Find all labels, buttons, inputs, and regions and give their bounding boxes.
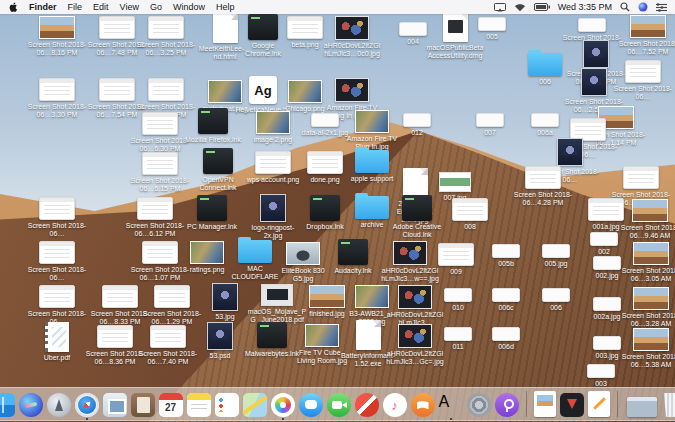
dock-podcasts-icon[interactable]	[495, 393, 519, 417]
notification-center-icon[interactable]	[656, 3, 667, 12]
dock-maps-icon[interactable]	[243, 393, 267, 417]
battery-icon[interactable]	[534, 3, 550, 11]
running-indicator	[450, 418, 452, 420]
dock-itunes-icon[interactable]: ♪	[383, 393, 407, 417]
spotlight-icon[interactable]	[620, 2, 630, 12]
desktop-icon[interactable]: 005	[461, 17, 523, 41]
desktop-icon[interactable]: Screen Shot 2018-06…3.05 AM	[620, 242, 675, 283]
desktop-icon[interactable]: Screen Shot 2018-06…5.38 AM	[620, 328, 675, 369]
desktop-icon-label: ratings.png	[190, 266, 225, 274]
desktop-icon-label: done.png	[310, 176, 339, 184]
desktop-icon[interactable]: Screen Shot 2018-06…6.15 PM	[129, 152, 191, 193]
desktop-icon-label: Adobe Creative Cloud.lnk	[387, 223, 447, 239]
desktop-icon[interactable]: 012	[386, 113, 448, 137]
desktop-icon[interactable]: Uber.pdf	[26, 322, 88, 362]
dock-minimized-window-icon[interactable]	[627, 397, 657, 417]
siri-status-icon[interactable]	[638, 2, 648, 12]
dock-facetime-icon[interactable]	[327, 393, 351, 417]
menu-item-go[interactable]: Go	[150, 2, 162, 12]
desktop-icon[interactable]: Screen Shot 2018-06…3.28 AM	[620, 287, 675, 328]
dock-reminders-icon[interactable]	[215, 393, 239, 417]
shot-small-thumbnail	[593, 297, 621, 311]
shot-window-thumbnail	[99, 16, 135, 39]
desktop-icon[interactable]: 003	[570, 364, 632, 388]
shot-small-thumbnail	[492, 244, 520, 258]
desktop-icon[interactable]: OpenVPN Connect.lnk	[187, 148, 249, 192]
menu-item-help[interactable]: Help	[216, 2, 235, 12]
airplay-display-icon[interactable]	[494, 3, 506, 12]
photo-dark-thumbnail	[335, 78, 369, 102]
desktop-icon-label: Screen Shot 2018-06…6.15 PM	[130, 177, 190, 193]
desktop-icon[interactable]: 006a	[514, 113, 576, 137]
desktop-icon[interactable]: 008	[439, 198, 501, 231]
desktop-icon-label: archive	[361, 221, 384, 229]
shot-window-thumbnail	[39, 197, 75, 220]
menu-item-finder[interactable]: Finder	[29, 2, 57, 12]
desktop-icon[interactable]: Screen Shot 2018-06…	[26, 285, 88, 326]
photo-desert-thumbnail	[39, 16, 75, 39]
dock-notes-icon[interactable]	[187, 393, 211, 417]
desktop-icon[interactable]: Screen Shot 2018-06…	[26, 197, 88, 238]
dock-siri-icon[interactable]	[19, 393, 43, 417]
poster-thumbnail	[207, 322, 233, 350]
wifi-icon[interactable]	[514, 3, 526, 12]
shot-small-thumbnail	[542, 288, 570, 302]
desktop-icon[interactable]: Audacity.lnk	[322, 239, 384, 275]
desktop-icon[interactable]: 006d	[475, 327, 537, 351]
dock-contacts-icon[interactable]	[131, 393, 155, 417]
desktop-icon-label: 002.jpg	[596, 272, 619, 280]
poster-thumbnail	[260, 194, 286, 222]
dock-app-store-icon[interactable]: A	[439, 393, 463, 417]
desktop-icon[interactable]: Screen Shot 2018-06…8.16 PM	[26, 16, 88, 57]
desktop-icon-label: Screen Shot 2018-06…	[27, 266, 87, 282]
desktop-icon[interactable]: Screen Shot 2018-06…6.12 PM	[124, 197, 186, 238]
shot-small-thumbnail	[593, 336, 621, 350]
desktop-icon[interactable]: Screen Shot 2018-06…3.25 PM	[135, 16, 197, 57]
dock-icon-glyph: ♪	[391, 399, 398, 412]
dock-news-icon[interactable]	[355, 393, 379, 417]
dock-photos-icon[interactable]	[271, 393, 295, 417]
menu-item-view[interactable]: View	[120, 2, 139, 12]
shot-small-thumbnail	[587, 364, 615, 378]
desktop-icon[interactable]: Screen Shot 2018-06…4.28 PM	[512, 166, 574, 207]
menu-item-edit[interactable]: Edit	[93, 2, 109, 12]
dock-trash-icon[interactable]	[663, 393, 675, 417]
desktop-icon[interactable]: PC Manager.lnk	[181, 195, 243, 231]
desktop-icon-label: 006	[550, 304, 562, 312]
desktop-icon-label: 006c	[498, 304, 513, 312]
desktop-icon[interactable]: Mozilla Firefox.lnk	[182, 108, 244, 144]
dock-messages-icon[interactable]	[299, 393, 323, 417]
menu-clock[interactable]: Wed 3:35 PM	[558, 2, 612, 12]
apple-menu-icon[interactable]	[9, 2, 18, 12]
desktop-icon[interactable]: 007	[459, 113, 521, 137]
shot-small-thumbnail	[444, 288, 472, 302]
desktop-icon-label: Screen Shot 2018-06…	[27, 222, 87, 238]
dock-document-file-icon[interactable]	[588, 391, 610, 417]
dock-image-file-icon[interactable]	[534, 391, 556, 417]
shot-small-thumbnail	[492, 327, 520, 341]
desktop-icon-label: 53.psd	[209, 352, 230, 360]
app-dark-thumbnail	[402, 195, 432, 221]
photo-desert-thumbnail	[630, 15, 666, 38]
dock-finder-icon[interactable]	[0, 393, 15, 417]
menu-item-file[interactable]: File	[68, 2, 83, 12]
dock-safari-icon[interactable]	[75, 393, 99, 417]
photo-color-thumbnail	[355, 110, 389, 133]
desktop-icon[interactable]: aHR0cDovL2ltZGl hLmJlc3…0c0.jpg	[321, 16, 383, 58]
desktop-icon-label: Audacity.lnk	[334, 267, 371, 275]
dock-installer-file-icon[interactable]	[560, 393, 584, 417]
menu-item-window[interactable]: Window	[173, 2, 205, 12]
dock-calendar-icon[interactable]: 27	[159, 393, 183, 417]
photo-laptop-thumbnail	[261, 284, 293, 306]
dock-launchpad-icon[interactable]	[47, 393, 71, 417]
dock-books-icon[interactable]	[411, 393, 435, 417]
menu-items: FinderFileEditViewGoWindowHelp	[29, 2, 234, 12]
desktop-icon[interactable]: Screen Shot 2018-06…	[26, 241, 88, 282]
desktop-icon[interactable]: Screen Shot 2018-06…3.30 PM	[26, 78, 88, 119]
app-dark-thumbnail	[310, 195, 340, 221]
dock-system-preferences-icon[interactable]	[467, 393, 491, 417]
poster-thumbnail	[583, 40, 609, 68]
dock-mail-icon[interactable]	[103, 393, 127, 417]
shot-window-thumbnail	[148, 16, 184, 39]
desktop-icon-label: 011	[452, 343, 463, 351]
